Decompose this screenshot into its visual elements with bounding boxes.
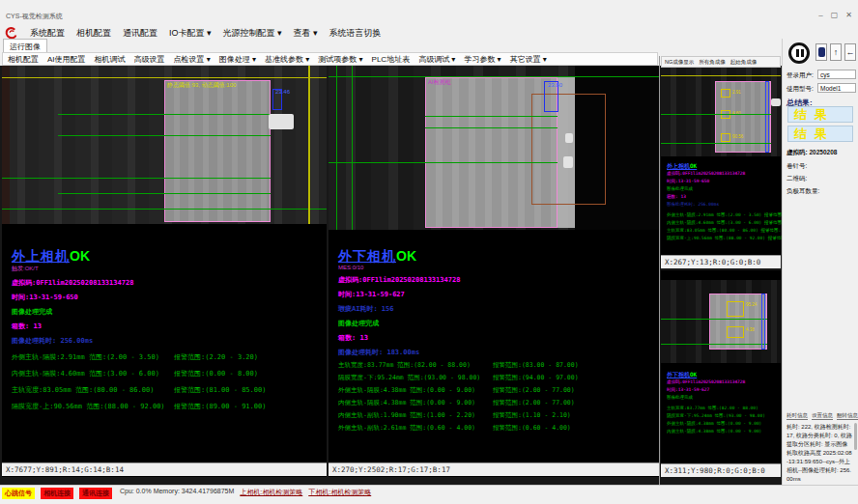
measurement-row: 内侧主轨-隔膜:4.60mm 范围:(3.00 - 6.00)报警范围:(0.0… <box>12 369 327 378</box>
yellow-vertical-line <box>308 66 310 224</box>
mini-barcode: 虚拟码:0FF1lim20250208133134728 <box>667 378 765 386</box>
left-camera-title: 外上相机 <box>12 248 70 264</box>
mid-elapsed: 图像处理耗时: 183.00ms <box>338 348 659 357</box>
bottom-camera-link[interactable]: 下相机:相机检测策略 <box>308 488 371 497</box>
tab-ng-image[interactable]: NG成像显示 <box>665 59 694 66</box>
left-elapsed: 图像处理耗时: 256.00ms <box>12 336 327 346</box>
qr-label: 二维码: <box>786 175 807 183</box>
tab-run-image[interactable]: 运行图像 <box>3 39 47 52</box>
result-box-bottom: 结果 <box>787 126 853 142</box>
overlay-line <box>661 319 767 320</box>
mini-top-cursor-status: X:267;Y:13;R:0;G:0;B:0 <box>661 255 781 268</box>
mid-camera-ok: OK <box>396 248 416 264</box>
toolbar-learning-params[interactable]: 学习参数 ▾ <box>464 54 500 65</box>
overlay-label: 95.24 <box>746 302 757 307</box>
close-button[interactable]: ✕ <box>845 11 852 19</box>
camera-connect-badge: 相机连接 <box>41 488 73 499</box>
mid-box-count: 箱数: 13 <box>338 333 659 343</box>
tab-settings-info[interactable]: 设置信息 <box>812 412 833 420</box>
toolbar-baseline-params[interactable]: 基准线参数 ▾ <box>265 54 309 65</box>
mid-camera-view: AI检测框 23.80 外下相机OK MES:0/10 虚拟码:0FF1lim2… <box>329 66 659 477</box>
pause-icon <box>796 49 799 57</box>
overlay-label: 4.38 <box>746 327 755 332</box>
connector-blob <box>269 114 294 129</box>
ai-box-label: AI检测框 <box>428 78 451 87</box>
overlay-label: 2.91 <box>732 90 741 95</box>
tab-flip-info[interactable]: 翻转信息 <box>837 412 858 420</box>
tab-all-angles[interactable]: 所有角成像 <box>699 59 726 66</box>
left-time: 时间:13-31-59-650 <box>12 293 327 302</box>
toolbar-plc-table[interactable]: PLC地址表 <box>372 54 411 65</box>
measure-tag: 23.80 <box>548 82 562 88</box>
menu-item-light-config[interactable]: 光源控制配置 ▾ <box>223 27 282 40</box>
timing-log-text: 耗时: 222, 纹路检测耗时: 17, 纹路分类耗时: 0, 纹路提取分区耗时… <box>786 423 852 484</box>
log-scrollbar[interactable] <box>854 423 857 450</box>
overlay-line <box>58 135 271 136</box>
toolbar-image-processing[interactable]: 图像处理 ▾ <box>219 54 256 65</box>
menu-item-comm-config[interactable]: 通讯配置 <box>123 27 157 40</box>
overlay-line <box>2 178 271 179</box>
left-camera-image[interactable]: 静态阈值:93, 动态阈值:100 23.46 <box>2 66 327 224</box>
ai-detect-rect <box>531 94 606 205</box>
title-bar: CYS-视觉检测系统 – ▢ ✕ <box>0 10 858 25</box>
model-field[interactable]: Model1 <box>817 83 856 93</box>
menu-item-camera-config[interactable]: 相机配置 <box>76 27 111 40</box>
connector-blob <box>771 98 781 106</box>
toolbar-ai-config[interactable]: AI使用配置 <box>47 54 86 65</box>
yellow-baseline <box>661 75 781 76</box>
main-area: 静态阈值:93, 动态阈值:100 23.46 外上相机OK 触发:OK/T 虚… <box>0 66 782 485</box>
measure-tag: 23.46 <box>275 89 290 95</box>
toolbar-spotcheck[interactable]: 点检设置 ▾ <box>174 54 211 65</box>
tab-elapsed-info[interactable]: 耗时信息 <box>786 412 808 420</box>
measure-box-yellow <box>721 133 730 142</box>
menu-item-io-config[interactable]: IO卡配置 ▾ <box>169 27 212 40</box>
cpu-memory-status: Cpu: 0.0% Memory: 3424.41796875M <box>120 488 234 494</box>
toolbar-other-settings[interactable]: 其它设置 ▾ <box>510 54 547 65</box>
mini-time: 时间:13-31-59-627 <box>667 386 765 394</box>
mid-camera-title: 外下相机 <box>338 248 396 264</box>
device-button[interactable] <box>815 43 827 61</box>
menu-item-language[interactable]: 系统语言切换 <box>329 27 382 40</box>
login-user-field[interactable]: cys <box>817 70 856 79</box>
mini-top-image[interactable]: 2.91 4.60 90.56 <box>661 68 781 156</box>
mini-view-tabs: NG成像显示 所有角成像 起始角成像 <box>661 56 781 68</box>
overlay-line <box>425 116 558 117</box>
overlay-line <box>425 127 558 128</box>
measurement-row: 主轨宽度:83.77mm 范围:(82.00 - 88.00)报警范围:(83.… <box>338 361 659 370</box>
toolbar-advanced-settings[interactable]: 高级设置 <box>134 54 165 65</box>
overlay-label: 90.56 <box>732 134 743 139</box>
toolbar-advanced-debug[interactable]: 高级调试 ▾ <box>418 54 455 65</box>
left-sub-status: 触发:OK/T <box>12 265 327 273</box>
pause-button[interactable] <box>788 42 810 64</box>
menu-item-view[interactable]: 查看 ▾ <box>294 27 318 40</box>
overlay-line <box>329 162 558 163</box>
mini-bottom-cursor-status: X:311;Y:980;R:0;G:0;B:0 <box>661 463 781 477</box>
arrow-up-button[interactable]: ↑ <box>830 43 842 61</box>
toolbar-test-params[interactable]: 测试项参数 ▾ <box>318 54 362 65</box>
menu-item-system-config[interactable]: 系统配置 <box>30 27 65 40</box>
measure-box-blue <box>761 294 765 350</box>
flare-blob <box>565 133 573 143</box>
model-label: 使用型号: <box>786 85 814 94</box>
arrow-back-button[interactable]: ← <box>844 43 856 61</box>
mid-process-done: 图像处理完成 <box>338 319 659 328</box>
arrow-back-icon: ← <box>846 47 855 57</box>
flare-blob <box>563 156 573 168</box>
tab-start-angle[interactable]: 起始角成像 <box>730 59 758 66</box>
overlay-line <box>661 114 771 115</box>
left-edge-band <box>2 66 10 224</box>
measure-box-yellow <box>721 89 730 98</box>
toolbar-camera-debug[interactable]: 相机调试 <box>95 54 126 65</box>
divider <box>659 56 660 485</box>
minimize-button[interactable]: – <box>818 11 822 19</box>
maximize-button[interactable]: ▢ <box>831 11 839 19</box>
mid-time: 时间:13-31-59-627 <box>338 290 659 299</box>
overlay-line <box>661 344 767 345</box>
top-camera-link[interactable]: 上相机:相机检测策略 <box>240 488 302 497</box>
roi-rect-pink <box>164 80 271 222</box>
toolbar-camera-config[interactable]: 相机配置 <box>8 54 39 65</box>
measurement-row: 外侧主轨-隔膜:4.38mm 范围:(0.00 - 9.00)报警范围:(2.0… <box>338 386 659 395</box>
mini-bottom-image[interactable]: 95.24 4.38 <box>661 280 781 363</box>
measurement-row: 外侧主轨-隔膜:2.91mm 范围:(2.00 - 3.50)报警范围:(2.2… <box>12 352 327 362</box>
mid-camera-image[interactable]: AI检测框 23.80 <box>329 66 659 230</box>
